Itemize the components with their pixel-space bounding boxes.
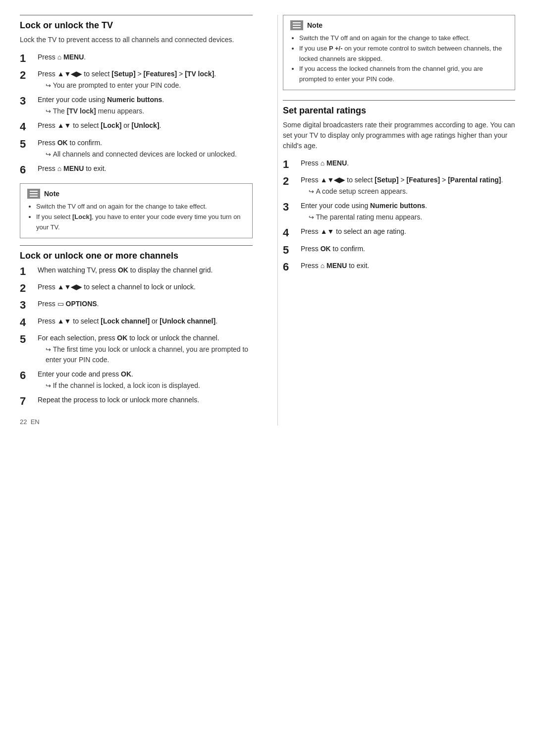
- step2-indent: You are prompted to enter your PIN code.: [38, 80, 253, 91]
- section2-title: Lock or unlock one or more channels: [20, 251, 253, 261]
- s2-step-1: 1 When watching TV, press OK to display …: [20, 265, 253, 278]
- p-step-5: 5 Press OK to confirm.: [283, 244, 515, 257]
- p-step-3: 3 Enter your code using Numeric buttons.…: [283, 201, 515, 222]
- p-step-content-1: Press ⌂ MENU.: [301, 158, 515, 168]
- s2-step-number-7: 7: [20, 395, 36, 408]
- options-icon: ▭: [57, 300, 64, 308]
- section1-note-box: Note Switch the TV off and on again for …: [20, 183, 253, 238]
- p-step-number-2: 2: [283, 175, 299, 188]
- s2-step-content-6: Enter your code and press OK. If the cha…: [38, 369, 253, 391]
- p-step-content-2: Press ▲▼◀▶ to select [Setup] > [Features…: [301, 175, 515, 197]
- step-number-3: 3: [20, 95, 36, 108]
- note-icon-lines-1: [30, 191, 38, 197]
- note-label-1: Note: [44, 190, 59, 198]
- parental-section-divider: [283, 100, 515, 101]
- step-number-2: 2: [20, 69, 36, 82]
- step-2: 2 Press ▲▼◀▶ to select [Setup] > [Featur…: [20, 69, 253, 91]
- step-number-5: 5: [20, 138, 36, 151]
- left-column: Lock or unlock the TV Lock the TV to pre…: [20, 15, 258, 426]
- p-step2-indent: A code setup screen appears.: [301, 186, 515, 197]
- p-step-number-1: 1: [283, 158, 299, 171]
- s2-step-7: 7 Repeat the process to lock or unlock m…: [20, 395, 253, 408]
- p-step-content-5: Press OK to confirm.: [301, 244, 515, 254]
- right-note-header: Note: [290, 20, 508, 30]
- section1-note-header: Note: [27, 189, 245, 199]
- p-step-number-5: 5: [283, 244, 299, 257]
- note-icon-1: [27, 189, 40, 199]
- s2-step-5: 5 For each selection, press OK to lock o…: [20, 333, 253, 365]
- step-5: 5 Press OK to confirm. All channels and …: [20, 138, 253, 160]
- p-step-1: 1 Press ⌂ MENU.: [283, 158, 515, 171]
- section2-steps: 1 When watching TV, press OK to display …: [20, 265, 253, 408]
- step-content-3: Enter your code using Numeric buttons. T…: [38, 95, 253, 116]
- step-4: 4 Press ▲▼ to select [Lock] or [Unlock].: [20, 120, 253, 133]
- p-step-6: 6 Press ⌂ MENU to exit.: [283, 261, 515, 273]
- right-column: Note Switch the TV off and on again for …: [277, 15, 515, 426]
- home-icon-p6: ⌂: [321, 262, 324, 270]
- s2-step-number-2: 2: [20, 282, 36, 295]
- step-content-6: Press ⌂ MENU to exit.: [38, 163, 253, 174]
- s2-step5-indent: The first time you lock or unlock a chan…: [38, 344, 253, 365]
- s2-step-content-5: For each selection, press OK to lock or …: [38, 333, 253, 365]
- right-note-item-1: Switch the TV off and on again for the c…: [299, 33, 508, 44]
- s2-step-content-3: Press ▭ OPTIONS.: [38, 299, 253, 309]
- right-note-label: Note: [307, 21, 322, 29]
- step-number-1: 1: [20, 52, 36, 65]
- s2-step-3: 3 Press ▭ OPTIONS.: [20, 299, 253, 312]
- section1-note-list: Switch the TV off and on again for the c…: [27, 202, 245, 232]
- page-number: 22 EN: [20, 418, 253, 426]
- p-step-content-6: Press ⌂ MENU to exit.: [301, 261, 515, 271]
- parental-section-intro: Some digital broadcasters rate their pro…: [283, 120, 515, 151]
- p-step-4: 4 Press ▲▼ to select an age rating.: [283, 226, 515, 239]
- parental-steps: 1 Press ⌂ MENU. 2 Press ▲▼◀▶ to select […: [283, 158, 515, 274]
- step5-indent: All channels and connected devices are l…: [38, 149, 253, 160]
- s2-step-4: 4 Press ▲▼ to select [Lock channel] or […: [20, 316, 253, 329]
- step-3: 3 Enter your code using Numeric buttons.…: [20, 95, 253, 116]
- right-note-item-2: If you use P +/- on your remote control …: [299, 44, 508, 64]
- right-note-box: Note Switch the TV off and on again for …: [283, 15, 515, 90]
- home-icon-p1: ⌂: [321, 159, 324, 167]
- p-step-content-4: Press ▲▼ to select an age rating.: [301, 226, 515, 237]
- step-content-4: Press ▲▼ to select [Lock] or [Unlock].: [38, 120, 253, 131]
- p-step-2: 2 Press ▲▼◀▶ to select [Setup] > [Featur…: [283, 175, 515, 197]
- parental-section-title: Set parental ratings: [283, 106, 515, 116]
- step-content-5: Press OK to confirm. All channels and co…: [38, 138, 253, 160]
- step3-indent: The [TV lock] menu appears.: [38, 106, 253, 116]
- step-content-1: Press ⌂ MENU.: [38, 52, 253, 62]
- p-step-number-4: 4: [283, 226, 299, 239]
- s2-step-number-1: 1: [20, 265, 36, 278]
- s2-step-number-6: 6: [20, 369, 36, 382]
- right-note-item-3: If you access the locked channels from t…: [299, 64, 508, 85]
- p-step-content-3: Enter your code using Numeric buttons. T…: [301, 201, 515, 222]
- p-step-number-6: 6: [283, 261, 299, 273]
- s2-step-content-2: Press ▲▼◀▶ to select a channel to lock o…: [38, 282, 253, 292]
- section1-intro: Lock the TV to prevent access to all cha…: [20, 35, 253, 45]
- home-icon-6: ⌂: [57, 164, 61, 172]
- home-icon-1: ⌂: [57, 53, 61, 61]
- section2-divider: [20, 245, 253, 246]
- section1-divider: [20, 15, 253, 15]
- s2-step-content-1: When watching TV, press OK to display th…: [38, 265, 253, 275]
- s2-step-6: 6 Enter your code and press OK. If the c…: [20, 369, 253, 391]
- right-note-list: Switch the TV off and on again for the c…: [290, 33, 508, 85]
- section1-title: Lock or unlock the TV: [20, 20, 253, 31]
- step-content-2: Press ▲▼◀▶ to select [Setup] > [Features…: [38, 69, 253, 91]
- s2-step-content-7: Repeat the process to lock or unlock mor…: [38, 395, 253, 405]
- step-number-6: 6: [20, 163, 36, 176]
- step-1: 1 Press ⌂ MENU.: [20, 52, 253, 65]
- section1-steps: 1 Press ⌂ MENU. 2 Press ▲▼◀▶ to select […: [20, 52, 253, 176]
- s2-step-number-5: 5: [20, 333, 36, 346]
- step-6: 6 Press ⌂ MENU to exit.: [20, 163, 253, 176]
- s2-step-number-4: 4: [20, 316, 36, 329]
- note-item-1-2: If you select [Lock], you have to enter …: [36, 212, 245, 233]
- step-number-4: 4: [20, 120, 36, 133]
- s2-step6-indent: If the channel is locked, a lock icon is…: [38, 380, 253, 391]
- p-step3-indent: The parental rating menu appears.: [301, 212, 515, 222]
- note-icon-2: [290, 20, 303, 30]
- note-icon-lines-2: [293, 22, 301, 28]
- p-step-number-3: 3: [283, 201, 299, 214]
- s2-step-number-3: 3: [20, 299, 36, 312]
- s2-step-content-4: Press ▲▼ to select [Lock channel] or [Un…: [38, 316, 253, 326]
- note-item-1-1: Switch the TV off and on again for the c…: [36, 202, 245, 212]
- s2-step-2: 2 Press ▲▼◀▶ to select a channel to lock…: [20, 282, 253, 295]
